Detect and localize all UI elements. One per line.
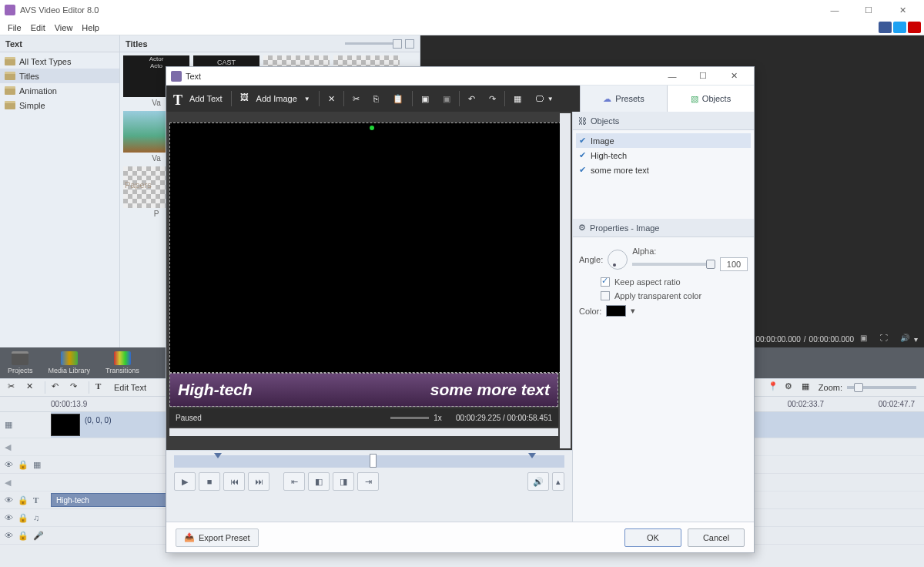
ruler-time-end: 00:02:47.7 [879, 400, 915, 408]
add-text-button[interactable]: TAdd Text [166, 86, 229, 112]
color-swatch[interactable] [606, 305, 626, 317]
title-overlay[interactable]: High-tech some more text [169, 373, 558, 407]
twitter-icon[interactable] [893, 22, 906, 33]
undo-icon[interactable]: ↶ [52, 381, 64, 394]
preview-status: Paused 1x 00:00:29.225 / 00:00:58.451 [169, 408, 558, 427]
mark-out-button[interactable]: ⇥ [357, 472, 379, 491]
copy-icon[interactable]: ⎘ [367, 86, 386, 112]
maximize-button[interactable]: ☐ [852, 0, 886, 20]
delete-icon[interactable]: ✕ [321, 86, 342, 112]
menu-view[interactable]: View [50, 22, 78, 34]
text-type-tree: All Text Types Titles Animation Simple [0, 52, 119, 114]
tree-simple[interactable]: Simple [0, 98, 119, 112]
paste-icon[interactable]: 📋 [386, 86, 410, 112]
alpha-slider[interactable] [632, 263, 715, 266]
dialog-preview: High-tech some more text Paused 1x 00:00… [166, 112, 572, 522]
color-dropdown[interactable]: ▾ [631, 306, 635, 316]
tree-animation[interactable]: Animation [0, 83, 119, 98]
facebook-icon[interactable] [879, 22, 892, 33]
dialog-minimize[interactable]: — [657, 67, 688, 86]
media-library-button[interactable]: Media Library [49, 351, 91, 374]
volume-icon[interactable]: 🔊 [900, 334, 914, 344]
object-row-hightech[interactable]: ✔High-tech [576, 148, 751, 163]
aspect-icon[interactable]: 🖵▼ [528, 86, 561, 112]
play-button[interactable]: ▶ [174, 472, 196, 491]
rotation-handle[interactable] [370, 126, 374, 130]
mark-in-button[interactable]: ⇤ [283, 472, 305, 491]
text-tool-icon[interactable]: T [95, 381, 108, 394]
objects-tab[interactable]: ▧Objects [667, 86, 754, 112]
export-preset-button[interactable]: 📤Export Preset [176, 528, 259, 547]
stop-button[interactable]: ■ [199, 472, 220, 491]
ruler-time-start: 00:00:13.9 [51, 400, 87, 408]
preview-h-scrollbar[interactable] [169, 428, 558, 436]
cancel-button[interactable]: Cancel [688, 528, 745, 547]
grid-icon[interactable]: ▦ [507, 86, 528, 112]
dialog-footer: 📤Export Preset OK Cancel [166, 522, 754, 552]
film-icon[interactable]: ▦ [802, 381, 814, 394]
youtube-icon[interactable] [908, 22, 921, 33]
close-button[interactable]: ✕ [886, 0, 919, 20]
prev-frame-button[interactable]: ⏮ [223, 472, 245, 491]
dialog-maximize[interactable]: ☐ [688, 67, 718, 86]
tree-all-text-types[interactable]: All Text Types [0, 54, 119, 69]
trim-right-button[interactable]: ◨ [333, 472, 354, 491]
menu-file[interactable]: File [3, 22, 26, 34]
projects-button[interactable]: Projects [8, 351, 33, 374]
dialog-icon [171, 71, 182, 82]
apply-transparent-checkbox[interactable] [601, 291, 610, 300]
ok-button[interactable]: OK [624, 528, 681, 547]
app-title: AVS Video Editor 8.0 [20, 5, 99, 15]
next-frame-button[interactable]: ⏭ [248, 472, 270, 491]
add-image-button[interactable]: 🖼Add Image▼ [233, 86, 317, 112]
snapshot-icon[interactable]: ▣ [860, 334, 874, 344]
sliders-icon[interactable]: ⚙ [785, 381, 797, 394]
volume-button[interactable]: 🔊 [527, 472, 549, 491]
redo-icon[interactable]: ↷ [70, 381, 82, 394]
zoom-label: Zoom: [819, 383, 842, 392]
transitions-button[interactable]: Transitions [105, 351, 139, 374]
angle-label: Angle: [579, 255, 603, 264]
preview-video-frame[interactable] [169, 122, 569, 373]
titles-panel-header: Titles [120, 35, 420, 52]
bring-front-icon[interactable]: ▣ [414, 86, 436, 112]
fullscreen-icon[interactable]: ⛶ [880, 334, 894, 344]
mark-in[interactable] [214, 453, 222, 458]
playhead[interactable] [370, 454, 377, 468]
tree-titles[interactable]: Titles [0, 69, 119, 83]
thumb-zoom-slider[interactable] [345, 42, 399, 45]
presets-tab[interactable]: ☁Presets [580, 86, 667, 112]
playback-slider[interactable] [174, 455, 564, 468]
undo-icon[interactable]: ↶ [461, 86, 482, 112]
menu-help[interactable]: Help [77, 22, 104, 34]
preview-v-scrollbar[interactable] [560, 113, 571, 448]
thumb-view-toggle[interactable] [405, 39, 414, 49]
object-row-more[interactable]: ✔some more text [576, 163, 751, 177]
app-logo [5, 5, 15, 15]
minimize-button[interactable]: — [818, 0, 852, 20]
menu-bar: File Edit View Help [0, 20, 924, 35]
cut-icon[interactable]: ✂ [346, 86, 367, 112]
alpha-value[interactable]: 100 [720, 257, 748, 271]
menu-edit[interactable]: Edit [26, 22, 50, 34]
objects-list: ✔Image ✔High-tech ✔some more text [573, 130, 754, 180]
ruler-time-mid: 00:02:33.7 [788, 400, 824, 408]
redo-icon[interactable]: ↷ [482, 86, 503, 112]
send-back-icon[interactable]: ▣ [436, 86, 457, 112]
angle-knob[interactable] [608, 250, 628, 270]
volume-menu[interactable]: ▴ [552, 472, 564, 491]
keep-aspect-checkbox[interactable] [601, 277, 610, 287]
edit-text-label[interactable]: Edit Text [114, 383, 146, 392]
marker-icon[interactable]: 📍 [768, 381, 780, 394]
text-dialog: Text — ☐ ✕ TAdd Text 🖼Add Image▼ ✕ ✂ ⎘ 📋… [166, 66, 755, 553]
object-row-image[interactable]: ✔Image [576, 133, 751, 148]
mark-out[interactable] [528, 453, 536, 458]
main-titlebar: AVS Video Editor 8.0 — ☐ ✕ [0, 0, 924, 20]
color-label: Color: [579, 307, 601, 316]
dialog-close[interactable]: ✕ [718, 67, 749, 86]
dialog-title: Text [186, 72, 201, 81]
zoom-slider[interactable] [847, 386, 916, 389]
cut-icon[interactable]: ✂ [8, 381, 20, 394]
trim-left-button[interactable]: ◧ [308, 472, 330, 491]
delete-icon[interactable]: ✕ [26, 381, 38, 394]
